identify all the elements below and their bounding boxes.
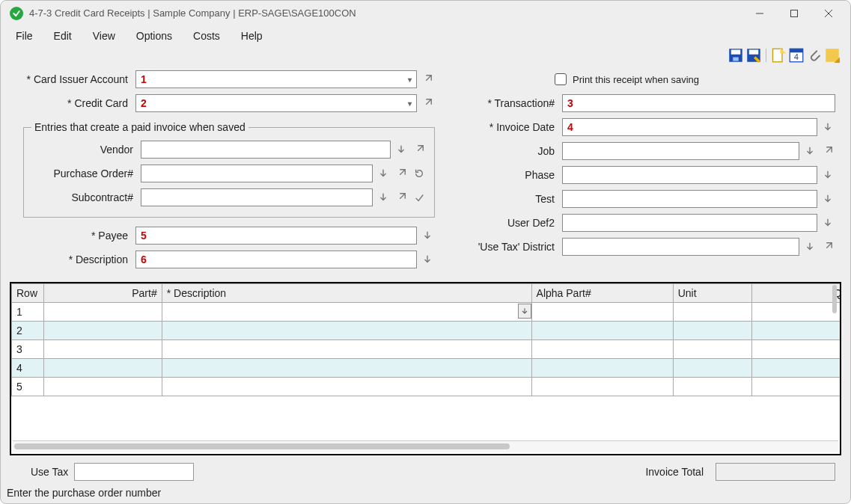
card-issuer-combo[interactable]: 1 ▾ bbox=[135, 70, 417, 88]
print-receipt-checkbox[interactable] bbox=[555, 73, 567, 85]
po-input[interactable] bbox=[141, 165, 373, 182]
status-text: Enter the purchase order number bbox=[7, 487, 161, 499]
use-tax-label: Use Tax bbox=[31, 466, 68, 478]
paid-invoice-group: Entries that create a paid invoice when … bbox=[23, 121, 435, 218]
table-row[interactable]: 1 bbox=[12, 303, 841, 322]
row-num: 3 bbox=[12, 340, 44, 359]
open-link-icon[interactable] bbox=[420, 72, 435, 87]
chevron-down-icon: ▾ bbox=[408, 76, 412, 84]
menu-edit[interactable]: Edit bbox=[45, 28, 81, 44]
svg-rect-6 bbox=[733, 58, 739, 61]
card-issuer-label: * Card Issuer Account bbox=[16, 73, 135, 85]
description-label: * Description bbox=[16, 253, 135, 265]
lookup-icon[interactable] bbox=[820, 120, 835, 135]
table-row[interactable]: 5 bbox=[12, 378, 841, 396]
grid-vscrollbar[interactable] bbox=[831, 285, 838, 315]
grid-body[interactable]: Row Part# * Description Alpha Part# Unit… bbox=[11, 283, 840, 440]
table-row[interactable]: 4 bbox=[12, 359, 841, 378]
lookup-icon[interactable] bbox=[420, 252, 435, 267]
check-icon[interactable] bbox=[412, 190, 427, 205]
lookup-icon[interactable] bbox=[820, 191, 835, 206]
footer-totals: Use Tax Invoice Total bbox=[1, 455, 850, 485]
open-link-icon[interactable] bbox=[420, 96, 435, 111]
lookup-icon[interactable] bbox=[394, 142, 409, 157]
phase-input[interactable] bbox=[562, 166, 817, 184]
cell-dropdown-icon[interactable] bbox=[518, 304, 531, 319]
transaction-input[interactable] bbox=[562, 94, 835, 112]
lookup-icon[interactable] bbox=[820, 215, 835, 230]
credit-card-label: * Credit Card bbox=[16, 97, 135, 109]
payee-label: * Payee bbox=[16, 230, 135, 242]
open-link-icon[interactable] bbox=[394, 166, 409, 181]
svg-text:4: 4 bbox=[794, 52, 799, 61]
menu-file[interactable]: File bbox=[7, 28, 42, 44]
phase-label: Phase bbox=[465, 169, 562, 181]
window-title: 4-7-3 Credit Card Receipts | Sample Comp… bbox=[29, 7, 356, 19]
toolbar: 4 bbox=[1, 46, 850, 67]
window-frame: 4-7-3 Credit Card Receipts | Sample Comp… bbox=[0, 0, 851, 504]
maximize-button[interactable] bbox=[777, 1, 811, 25]
open-link-icon[interactable] bbox=[820, 144, 835, 159]
menu-options[interactable]: Options bbox=[127, 28, 181, 44]
usetax-district-input[interactable] bbox=[562, 238, 799, 256]
status-bar: Enter the purchase order number bbox=[1, 485, 850, 503]
minimize-button[interactable] bbox=[742, 1, 777, 25]
col-row[interactable]: Row bbox=[12, 284, 44, 303]
table-row[interactable]: 2 bbox=[12, 322, 841, 340]
vendor-label: Vendor bbox=[31, 144, 141, 156]
save-icon[interactable] bbox=[728, 48, 743, 63]
form-right: Print this receipt when saving * Transac… bbox=[465, 67, 835, 271]
menubar: File Edit View Options Costs Help bbox=[1, 25, 850, 46]
group-legend: Entries that create a paid invoice when … bbox=[31, 121, 248, 133]
col-unit[interactable]: Unit bbox=[673, 284, 751, 303]
invoice-date-input[interactable] bbox=[562, 118, 817, 136]
app-icon bbox=[10, 7, 23, 20]
save-as-icon[interactable] bbox=[746, 48, 761, 63]
svg-rect-8 bbox=[749, 50, 759, 55]
lookup-icon[interactable] bbox=[420, 228, 435, 243]
table-row[interactable]: 3 bbox=[12, 340, 841, 359]
grid-hscrollbar[interactable] bbox=[13, 440, 838, 452]
form-icon[interactable]: 4 bbox=[789, 48, 804, 63]
test-input[interactable] bbox=[562, 190, 817, 208]
close-button[interactable] bbox=[811, 1, 846, 25]
lookup-icon[interactable] bbox=[820, 168, 835, 182]
credit-card-combo[interactable]: 2 ▾ bbox=[135, 94, 417, 112]
invoice-date-label: * Invoice Date bbox=[465, 121, 562, 133]
lookup-icon[interactable] bbox=[802, 239, 817, 254]
test-label: Test bbox=[465, 193, 562, 205]
job-input[interactable] bbox=[562, 142, 799, 160]
lookup-icon[interactable] bbox=[802, 144, 817, 159]
lookup-icon[interactable] bbox=[376, 190, 391, 205]
grid-header-row: Row Part# * Description Alpha Part# Unit… bbox=[12, 284, 841, 303]
userdef2-input[interactable] bbox=[562, 214, 817, 232]
col-alpha[interactable]: Alpha Part# bbox=[531, 284, 673, 303]
attach-icon[interactable] bbox=[807, 48, 822, 63]
refresh-icon[interactable] bbox=[412, 166, 427, 181]
note-icon[interactable] bbox=[825, 48, 840, 63]
col-qty[interactable]: Quantity bbox=[751, 284, 840, 303]
lookup-icon[interactable] bbox=[376, 166, 391, 181]
use-tax-input[interactable] bbox=[74, 463, 194, 481]
menu-costs[interactable]: Costs bbox=[184, 28, 229, 44]
transaction-label: * Transaction# bbox=[465, 97, 562, 109]
new-icon[interactable] bbox=[771, 48, 786, 63]
svg-marker-11 bbox=[781, 48, 787, 54]
open-link-icon[interactable] bbox=[820, 239, 835, 254]
payee-input[interactable] bbox=[135, 227, 417, 245]
vendor-input[interactable] bbox=[141, 141, 391, 159]
open-link-icon[interactable] bbox=[394, 190, 409, 205]
subcontract-input[interactable] bbox=[141, 188, 373, 206]
menu-help[interactable]: Help bbox=[232, 28, 272, 44]
usetax-district-label: 'Use Tax' District bbox=[465, 241, 562, 253]
description-input[interactable] bbox=[135, 251, 417, 268]
print-receipt-label: Print this receipt when saving bbox=[573, 74, 699, 85]
col-part[interactable]: Part# bbox=[44, 284, 162, 303]
po-label: Purchase Order# bbox=[31, 168, 141, 179]
menu-view[interactable]: View bbox=[84, 28, 124, 44]
col-desc[interactable]: * Description bbox=[162, 284, 531, 303]
chevron-down-icon: ▾ bbox=[408, 99, 412, 108]
open-link-icon[interactable] bbox=[412, 142, 427, 157]
form-left: * Card Issuer Account 1 ▾ * Credit Card … bbox=[16, 67, 435, 271]
row-num: 5 bbox=[12, 378, 44, 396]
